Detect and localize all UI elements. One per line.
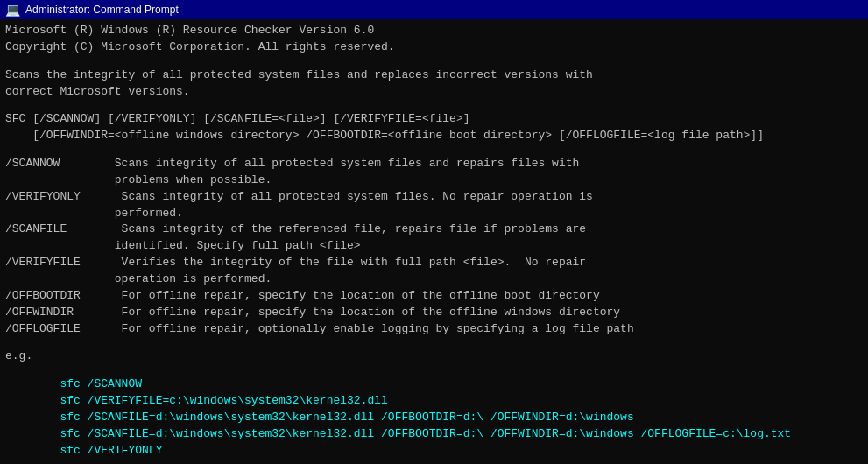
terminal-line: /VERIFYFILE Verifies the integrity of th…	[5, 255, 863, 271]
terminal-line: sfc /VERIFYONLY	[5, 443, 863, 460]
terminal-line: identified. Specify full path <file>	[5, 238, 863, 255]
terminal-line	[5, 144, 863, 156]
terminal-line: [/OFFWINDIR=<offline windows directory> …	[5, 128, 863, 144]
terminal-line	[5, 459, 863, 464]
terminal-line: operation is performed.	[5, 271, 863, 288]
terminal-line: /VERIFYONLY Scans integrity of all prote…	[5, 189, 863, 206]
terminal-line: /OFFWINDIR For offline repair, specify t…	[5, 305, 863, 321]
terminal-line: Microsoft (R) Windows (R) Resource Check…	[5, 23, 863, 39]
terminal-line	[5, 56, 863, 67]
terminal-line: sfc /SCANFILE=d:\windows\system32\kernel…	[5, 410, 863, 426]
terminal-line	[5, 337, 863, 348]
cmd-icon: 💻	[5, 3, 20, 17]
terminal-line: Copyright (C) Microsoft Corporation. All…	[5, 39, 863, 56]
terminal-line: sfc /SCANFILE=d:\windows\system32\kernel…	[5, 426, 863, 443]
terminal-line: /SCANNOW Scans integrity of all protecte…	[5, 156, 863, 172]
terminal-line: /OFFBOOTDIR For offline repair, specify …	[5, 288, 863, 305]
terminal-line: sfc /VERIFYFILE=c:\windows\system32\kern…	[5, 393, 863, 410]
terminal-body: Microsoft (R) Windows (R) Resource Check…	[0, 19, 868, 464]
terminal-line: correct Microsoft versions.	[5, 84, 863, 101]
terminal-line	[5, 100, 863, 111]
terminal-line: e.g.	[5, 348, 863, 365]
terminal-line: sfc /SCANNOW	[5, 376, 863, 393]
terminal-line: performed.	[5, 206, 863, 222]
terminal-line: Scans the integrity of all protected sys…	[5, 67, 863, 84]
terminal-line: /SCANFILE Scans integrity of the referen…	[5, 221, 863, 238]
terminal-line	[5, 365, 863, 376]
title-bar: 💻 Administrator: Command Prompt	[0, 0, 868, 19]
terminal-line: problems when possible.	[5, 172, 863, 189]
terminal-line: SFC [/SCANNOW] [/VERIFYONLY] [/SCANFILE=…	[5, 111, 863, 128]
title-bar-label: Administrator: Command Prompt	[25, 4, 179, 16]
terminal-line: /OFFLOGFILE For offline repair, optional…	[5, 321, 863, 338]
